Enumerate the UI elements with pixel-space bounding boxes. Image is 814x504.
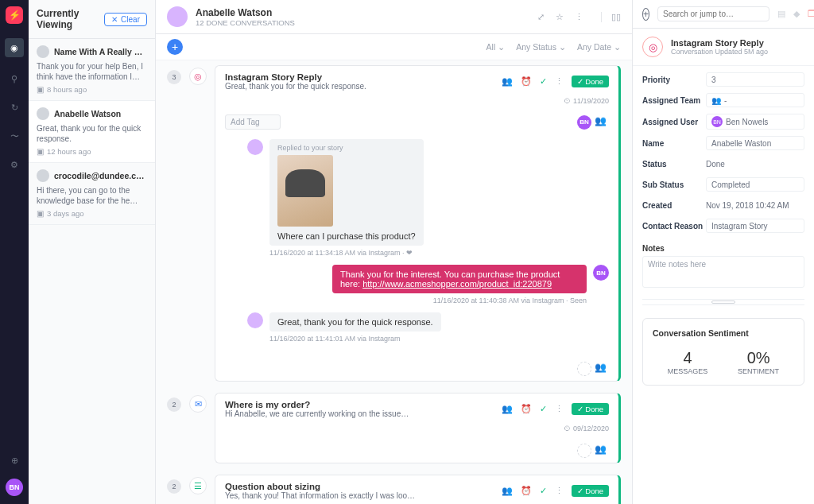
message-link[interactable]: http://www.acmeshopper.com/product_id:22… [362, 279, 552, 289]
list-item-preview: Great, thank you for the quick response. [37, 123, 147, 144]
field-priority[interactable]: 3 [706, 72, 804, 87]
gift-icon[interactable]: ❐ [808, 9, 814, 19]
app-logo: ⚡ [6, 6, 23, 24]
notes-input[interactable]: Write notes here [642, 256, 804, 288]
bell-icon[interactable]: ◆ [793, 9, 800, 19]
clock-icon[interactable]: ⏰ [521, 76, 532, 87]
label-status: Status [642, 160, 706, 169]
archive-icon: ▣ [37, 85, 44, 94]
message-bubble: Thank you for the interest. You can purc… [332, 265, 587, 293]
channel-icon: ☰ [189, 477, 207, 494]
field-substatus[interactable]: Completed [706, 177, 804, 192]
story-label: Replied to your story [277, 144, 416, 152]
list-item[interactable]: Name With A Really Lon…Thank you for you… [29, 39, 155, 101]
list-item[interactable]: crocodile@dundee.comHi there, you can go… [29, 163, 155, 225]
message-count-badge: 2 [167, 479, 181, 494]
check-icon[interactable]: ✓ [540, 404, 547, 414]
messages-label: MESSAGES [668, 367, 708, 375]
conversation-card: 2 ✉ Where is my order? Hi Anabelle, we a… [167, 393, 621, 463]
gear-icon[interactable]: ⚙ [7, 157, 21, 172]
message-meta: 11/16/2020 at 11:40:38 AM via Instagram … [247, 297, 587, 304]
check-icon[interactable]: ✓ [540, 76, 547, 87]
current-user-avatar[interactable]: BN [6, 479, 23, 496]
detail-sub: Conversation Updated 5M ago [671, 48, 768, 56]
more-icon[interactable]: ⋮ [575, 12, 583, 22]
people-icon[interactable]: 👥 [502, 486, 513, 496]
people-icon[interactable]: 👥 [502, 76, 513, 87]
message-count-badge: 3 [167, 70, 181, 84]
resize-handle[interactable] [642, 299, 804, 305]
field-reason[interactable]: Instagram Story [706, 219, 804, 233]
avatar [37, 107, 49, 120]
clock-icon[interactable]: ⏰ [521, 404, 532, 414]
expand-icon[interactable]: ⤢ [537, 12, 545, 22]
field-contact-name[interactable]: Anabelle Waston [706, 136, 804, 150]
archive-icon: ▣ [37, 147, 44, 156]
sender-avatar [247, 312, 263, 328]
message-count-badge: 2 [167, 397, 181, 412]
instagram-icon: ◎ [642, 37, 663, 57]
team-icon[interactable]: 👥 [595, 444, 609, 458]
conv-preview: Great, thank you for the quick response. [225, 82, 366, 91]
label-created: Created [642, 201, 706, 210]
list-item-name: crocodile@dundee.com [54, 171, 147, 180]
clock-icon[interactable]: ⏰ [521, 486, 532, 496]
list-item-preview: Thank you for your help Ben, I think hav… [37, 61, 147, 82]
label-name: Name [642, 139, 706, 148]
sentiment-title: Conversation Sentiment [653, 328, 794, 338]
clear-button[interactable]: ✕Clear [104, 13, 147, 26]
list-item-name: Anabelle Watson [54, 109, 121, 118]
field-team[interactable]: 👥- [706, 93, 804, 107]
panel-icon[interactable]: ▯▯ [601, 12, 621, 22]
field-user[interactable]: BNBen Nowels [706, 114, 804, 130]
sentiment-percent: 0% [738, 349, 779, 367]
done-badge: ✓ Done [572, 76, 609, 87]
chevron-down-icon: ⌄ [559, 42, 566, 52]
star-icon[interactable]: ☆ [556, 12, 564, 22]
list-item[interactable]: Anabelle WatsonGreat, thank you for the … [29, 101, 155, 163]
filter-date[interactable]: Any Date ⌄ [577, 42, 621, 52]
view-icon[interactable]: ◉ [5, 38, 24, 57]
conv-date: ⏲ 09/12/2020 [564, 425, 609, 432]
message-bubble: Great, thank you for the quick response. [269, 312, 441, 331]
check-icon[interactable]: ✓ [540, 486, 547, 496]
label-team: Assigned Team [642, 96, 706, 105]
search-input[interactable] [657, 6, 769, 21]
assignee-avatar[interactable]: BN [577, 115, 591, 130]
done-badge: ✓ Done [572, 403, 609, 415]
label-user: Assigned User [642, 118, 706, 126]
label-reason: Contact Reason [642, 222, 706, 231]
search-icon[interactable]: ⚲ [7, 72, 21, 86]
channel-icon: ✉ [189, 395, 207, 413]
assignee-empty[interactable] [577, 444, 591, 458]
contact-name: Anabelle Watson [196, 7, 295, 18]
more-icon[interactable]: ⋮ [555, 76, 564, 87]
more-icon[interactable]: ⋮ [555, 404, 564, 414]
conv-preview: Hi Anabelle, we are currently working on… [225, 409, 409, 418]
team-icon[interactable]: 👥 [595, 115, 609, 130]
filter-all[interactable]: All ⌄ [486, 42, 506, 52]
nav-iconbar: ⚡ ◉ ⚲ ↻ 〜 ⚙ ⊕ BN [0, 0, 29, 504]
more-icon[interactable]: ⋮ [555, 486, 564, 496]
sentiment-label: SENTIMENT [738, 367, 779, 375]
close-icon: ✕ [111, 15, 118, 24]
activity-icon[interactable]: 〜 [7, 129, 21, 143]
chevron-down-icon: ⌄ [498, 42, 505, 52]
globe-icon[interactable]: ⊕ [7, 453, 21, 467]
team-icon[interactable]: 👥 [595, 362, 609, 376]
chevron-down-icon: ⌄ [614, 42, 621, 52]
add-icon[interactable]: + [642, 8, 649, 21]
label-priority: Priority [642, 76, 706, 84]
refresh-icon[interactable]: ↻ [7, 100, 21, 114]
assignee-empty[interactable] [577, 362, 591, 376]
avatar [37, 169, 49, 182]
message-meta: 11/16/2020 at 11:41:01 AM via Instagram [269, 335, 609, 343]
filter-status[interactable]: Any Status ⌄ [516, 42, 566, 52]
add-tag-input[interactable]: Add Tag [225, 114, 281, 130]
add-conversation-button[interactable]: + [167, 39, 183, 55]
field-status: Done [706, 157, 804, 171]
people-icon[interactable]: 👥 [502, 404, 513, 414]
list-item-time: ▣3 days ago [37, 209, 147, 218]
clipboard-icon[interactable]: ▤ [777, 9, 785, 19]
sender-avatar [247, 139, 263, 155]
